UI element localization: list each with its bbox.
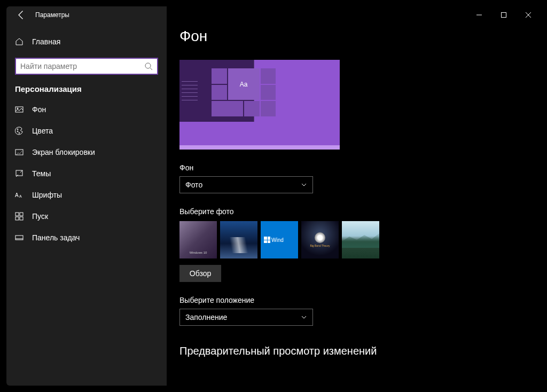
page-title: Фон — [179, 28, 528, 45]
background-type-label: Фон — [179, 163, 528, 172]
svg-rect-16 — [20, 213, 23, 216]
choose-photo-label: Выберите фото — [179, 207, 528, 216]
themes-icon — [15, 169, 24, 178]
minimize-button[interactable] — [467, 6, 491, 23]
sidebar: Главная Персонализация Фон Цвета Экран б… — [6, 6, 167, 386]
svg-rect-15 — [15, 213, 19, 216]
home-label: Главная — [32, 37, 60, 46]
sidebar-item-themes[interactable]: Темы — [6, 163, 167, 184]
svg-point-10 — [19, 132, 20, 134]
back-button[interactable] — [16, 10, 27, 20]
svg-point-7 — [17, 108, 18, 109]
chevron-down-icon — [301, 314, 307, 320]
app-title: Параметры — [35, 11, 69, 19]
sidebar-item-start[interactable]: Пуск — [6, 206, 167, 227]
sidebar-item-label: Темы — [32, 169, 51, 178]
picture-icon — [15, 105, 24, 114]
photo-thumbnails: Windows 10 Wind Big Band Theory — [179, 221, 528, 258]
search-icon — [144, 62, 153, 70]
svg-rect-18 — [20, 217, 23, 220]
sidebar-item-colors[interactable]: Цвета — [6, 120, 167, 142]
svg-point-8 — [17, 129, 18, 130]
select-value: Фото — [185, 181, 202, 189]
preview-changes-heading: Предварительный просмотр изменений — [179, 345, 528, 357]
main-content: Фон Aa Фон Фото Выберите фото Windows 10 — [167, 6, 541, 386]
maximize-button[interactable] — [491, 6, 516, 23]
sidebar-item-taskbar[interactable]: Панель задач — [6, 227, 167, 248]
home-button[interactable]: Главная — [6, 32, 167, 51]
fit-label: Выберите положение — [179, 296, 528, 304]
search-box[interactable] — [15, 58, 158, 75]
svg-rect-17 — [15, 217, 19, 220]
sidebar-item-background[interactable]: Фон — [6, 99, 167, 120]
photo-thumb-1[interactable]: Windows 10 — [179, 221, 217, 258]
photo-thumb-3[interactable]: Wind — [261, 221, 298, 258]
search-input[interactable] — [20, 62, 144, 70]
svg-line-5 — [150, 68, 152, 70]
svg-rect-19 — [15, 236, 23, 240]
photo-thumb-5[interactable] — [342, 221, 379, 258]
svg-rect-6 — [15, 107, 23, 112]
lockscreen-icon — [15, 148, 24, 156]
sidebar-item-label: Цвета — [32, 127, 53, 135]
background-type-select[interactable]: Фото — [179, 176, 313, 193]
start-icon — [15, 212, 24, 221]
svg-point-4 — [145, 63, 151, 68]
svg-rect-1 — [502, 13, 506, 18]
fit-select[interactable]: Заполнение — [179, 309, 313, 326]
preview-sample-text: Aa — [228, 68, 260, 100]
close-button[interactable] — [516, 6, 541, 23]
category-header: Персонализация — [6, 75, 167, 99]
titlebar: Параметры — [6, 6, 541, 23]
sidebar-item-label: Панель задач — [32, 233, 80, 242]
photo-thumb-2[interactable] — [220, 221, 257, 258]
photo-thumb-4[interactable]: Big Band Theory — [301, 221, 339, 258]
taskbar-icon — [15, 233, 24, 242]
chevron-down-icon — [301, 182, 307, 188]
sidebar-item-fonts[interactable]: AA Шрифты — [6, 184, 167, 206]
select-value: Заполнение — [185, 313, 227, 322]
sidebar-item-label: Экран блокировки — [32, 148, 95, 156]
svg-text:A: A — [19, 194, 22, 198]
palette-icon — [15, 127, 24, 135]
sidebar-item-label: Шрифты — [32, 191, 62, 199]
sidebar-item-label: Пуск — [32, 212, 48, 221]
browse-button[interactable]: Обзор — [179, 265, 221, 282]
sidebar-item-lockscreen[interactable]: Экран блокировки — [6, 142, 167, 163]
fonts-icon: AA — [15, 191, 24, 199]
svg-text:A: A — [15, 192, 19, 198]
svg-rect-11 — [15, 150, 23, 155]
sidebar-item-label: Фон — [32, 105, 46, 114]
svg-point-9 — [17, 131, 18, 132]
background-preview: Aa — [179, 60, 340, 150]
